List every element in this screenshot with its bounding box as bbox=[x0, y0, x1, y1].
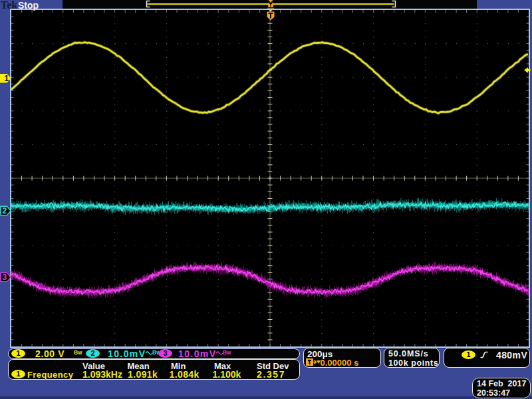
svg-text:1: 1 bbox=[4, 74, 9, 83]
svg-text:3: 3 bbox=[2, 273, 7, 282]
svg-text:2: 2 bbox=[2, 206, 7, 215]
